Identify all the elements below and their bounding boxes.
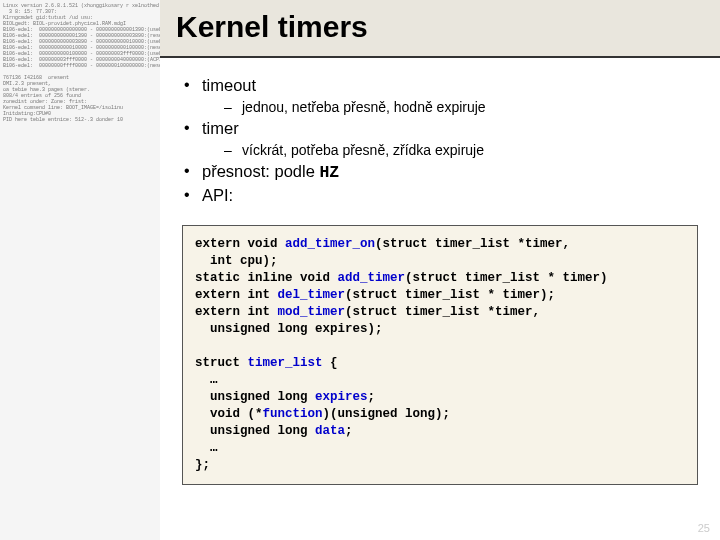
code-text: ; bbox=[368, 390, 376, 404]
code-text: }; bbox=[195, 458, 210, 472]
code-text: (struct timer_list * timer); bbox=[345, 288, 555, 302]
code-fn: add_timer bbox=[338, 271, 406, 285]
code-text: … bbox=[195, 441, 218, 455]
code-text: … bbox=[195, 373, 218, 387]
code-fn: data bbox=[315, 424, 345, 438]
bullet-label: přesnost: podle bbox=[202, 162, 319, 180]
code-block: extern void add_timer_on(struct timer_li… bbox=[182, 225, 698, 485]
code-text: { bbox=[323, 356, 338, 370]
bullet-label: API: bbox=[202, 186, 233, 204]
bullet-label: timer bbox=[202, 119, 239, 137]
code-fn: timer_list bbox=[248, 356, 323, 370]
page-title: Kernel timers bbox=[176, 10, 704, 44]
bullet-api: API: bbox=[182, 186, 698, 205]
code-text: extern int bbox=[195, 288, 278, 302]
hz-literal: HZ bbox=[319, 163, 339, 182]
code-fn: expires bbox=[315, 390, 368, 404]
code-fn: function bbox=[263, 407, 323, 421]
page-number: 25 bbox=[698, 522, 710, 534]
code-text: ; bbox=[345, 424, 353, 438]
code-fn: mod_timer bbox=[278, 305, 346, 319]
sub-bullet: jednou, netřeba přesně, hodně expiruje bbox=[224, 99, 698, 115]
bg-code-strip: Linux version 2.6.8.1.521 (xhonggikosary… bbox=[0, 0, 160, 540]
code-text: struct bbox=[195, 356, 248, 370]
title-bar: Kernel timers bbox=[160, 0, 720, 58]
code-text: (struct timer_list * timer) bbox=[405, 271, 608, 285]
code-text: extern void bbox=[195, 237, 285, 251]
sub-bullet: víckrát, potřeba přesně, zřídka expiruje bbox=[224, 142, 698, 158]
code-text: void (* bbox=[195, 407, 263, 421]
code-fn: add_timer_on bbox=[285, 237, 375, 251]
code-text: extern int bbox=[195, 305, 278, 319]
slide: Kernel timers timeout jednou, netřeba př… bbox=[160, 0, 720, 540]
code-fn: del_timer bbox=[278, 288, 346, 302]
code-text: unsigned long bbox=[195, 424, 315, 438]
bullet-timeout: timeout jednou, netřeba přesně, hodně ex… bbox=[182, 76, 698, 115]
code-text: )(unsigned long); bbox=[323, 407, 451, 421]
bullet-precision: přesnost: podle HZ bbox=[182, 162, 698, 182]
bullet-label: timeout bbox=[202, 76, 256, 94]
code-text: unsigned long bbox=[195, 390, 315, 404]
code-text: static inline void bbox=[195, 271, 338, 285]
content-area: timeout jednou, netřeba přesně, hodně ex… bbox=[160, 58, 720, 217]
bullet-timer: timer víckrát, potřeba přesně, zřídka ex… bbox=[182, 119, 698, 158]
